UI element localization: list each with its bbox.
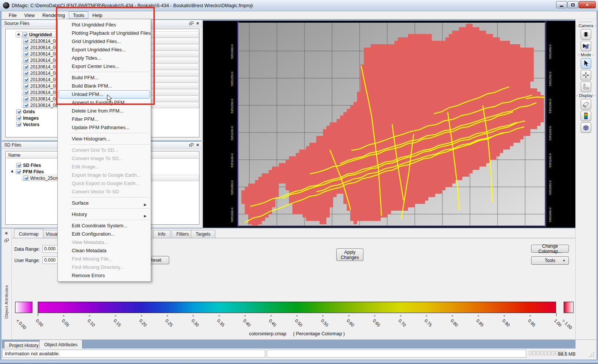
menu-item-edit-image[interactable]: Edit Image... [59,163,150,171]
checkbox-checked-icon[interactable] [23,90,28,95]
menu-item-filter-pfm[interactable]: Filter PFM... [59,115,150,123]
map-viewport[interactable]: 5351300.05351250.05351200.05351150.05351… [203,21,575,228]
toolbar-grip[interactable] [579,22,592,22]
checkbox-checked-icon[interactable] [16,163,21,168]
checkbox-checked-icon[interactable] [23,77,28,82]
menu-item-apply-tides[interactable]: Apply Tides... [59,54,150,62]
checkbox-checked-icon[interactable] [23,58,28,63]
menu-item-build-pfm[interactable]: Build PFM... [59,74,150,82]
menu-item-unload-pfm[interactable]: Unload PFM... [59,90,150,99]
menu-item-grid-ungridded-files[interactable]: Grid Ungridded Files... [59,37,150,46]
tree-row-images[interactable]: Images [16,115,39,121]
close-button[interactable]: × [579,1,596,8]
tools-dropdown-label: Tools [545,258,555,263]
orbit-camera-button[interactable] [581,29,591,40]
resize-grip[interactable] [589,352,595,358]
menu-item-history[interactable]: History▶ [59,210,150,219]
menubar-item-tools[interactable]: Tools [69,11,88,19]
menu-separator [70,220,150,220]
menu-item-find-missing-directory[interactable]: Find Missing Directory... [59,263,150,271]
expander-icon[interactable] [11,170,14,174]
crosshair-button[interactable] [581,70,591,80]
menu-item-export-image-to-google-earth[interactable]: Export Image to Google Earth... [59,171,150,179]
checkbox-checked-icon[interactable] [23,83,28,88]
tree-row-pfm-files[interactable]: PFM Files [11,168,44,175]
menu-item-view-metadata[interactable]: View Metadata... [59,238,150,247]
checkbox-checked-icon[interactable] [16,122,21,127]
menu-item-delete-line-from-pfm[interactable]: Delete Line from PFM... [59,107,150,115]
checkbox-checked-icon[interactable] [23,39,28,43]
menu-item-plotting-playback-of-ungridded-files[interactable]: Plotting Playback of Ungridded Files [59,29,150,37]
menu-item-update-pfm-pathnames[interactable]: Update PFM Pathnames... [59,123,150,132]
checkbox-checked-icon[interactable] [23,45,28,50]
colormap-tick-marker-icon: ▲ [295,314,298,317]
close-panel-icon[interactable]: × [196,143,199,147]
checkbox-checked-icon[interactable] [22,32,27,37]
tools-dropdown[interactable]: Tools ▼ [531,256,569,265]
menubar-item-help[interactable]: Help [88,11,106,19]
tab-targets[interactable]: Targets [191,230,215,238]
tab-filters[interactable]: Filters [172,230,194,238]
tab-colormap[interactable]: Colormap [14,229,43,238]
float-panel-icon[interactable] [189,22,193,25]
menubar-item-view[interactable]: View [20,11,39,19]
source-files-title: Source Files [4,21,29,26]
float-panel-icon[interactable] [5,239,9,242]
checkbox-checked-icon[interactable] [23,176,28,180]
menu-item-convert-image-to-sd[interactable]: Convert Image To SD... [59,154,150,163]
float-panel-icon[interactable] [189,143,193,147]
measure-button[interactable] [581,82,591,92]
title-bar[interactable]: DMagic: C:\DemoData\CLIENT-PARTNER\Boska… [0,0,598,11]
expander-icon[interactable] [17,33,21,37]
checkbox-checked-icon[interactable] [23,71,28,76]
eraser-button[interactable] [581,99,591,110]
checkbox-checked-icon[interactable] [23,103,28,108]
menu-item-label: Convert Grid To SD... [72,147,118,153]
tree-row-grids[interactable]: Grids [16,108,35,115]
menu-item-surface[interactable]: Surface▶ [59,199,150,207]
menu-item-edit-configuration[interactable]: Edit Configuration... [59,230,150,238]
bottom-tab-object-attributes[interactable]: Object Attributes [39,339,82,349]
menu-item-label: Plotting Playback of Ungridded Files [72,30,151,36]
checkbox-checked-icon[interactable] [16,169,21,174]
menu-item-append-to-existing-pfm[interactable]: Append to Existing PFM... [59,99,150,107]
minimize-button[interactable] [556,1,567,8]
colormap-tick-marker-icon: ▲ [192,314,195,317]
dash [576,26,577,26]
menu-item-plot-ungridded-files[interactable]: Plot Ungridded Files [59,21,150,29]
colorbar-button[interactable] [581,111,591,121]
progress-block [529,351,532,355]
menu-item-export-center-lines[interactable]: Export Center Lines... [59,62,150,71]
menu-item-convert-vector-to-sd[interactable]: Convert Vector To SD [59,188,150,196]
menubar-item-rendering[interactable]: Rendering [39,11,69,19]
camera-view-button[interactable] [581,41,591,51]
maximize-button[interactable] [567,1,578,8]
close-panel-icon[interactable]: × [196,22,199,25]
menu-item-export-ungridded-files[interactable]: Export Ungridded Files... [59,46,150,54]
menu-item-clean-metadata[interactable]: Clean Metadata [59,247,150,255]
menubar-item-file[interactable]: File [5,11,20,19]
menu-item-build-blank-pfm[interactable]: Build Blank PFM... [59,82,150,90]
checkbox-checked-icon[interactable] [16,109,21,114]
checkbox-checked-icon[interactable] [23,51,28,56]
select-cursor-button[interactable] [581,58,591,69]
menu-item-find-missing-file[interactable]: Find Missing File... [59,255,150,263]
tree-row-sd-files[interactable]: SD Files [16,162,41,168]
menu-item-remove-errors[interactable]: Remove Errors [59,271,150,280]
close-panel-icon[interactable]: × [5,231,8,235]
checkbox-checked-icon[interactable] [23,96,28,101]
checkbox-checked-icon[interactable] [23,64,28,69]
checkbox-checked-icon[interactable] [16,116,21,120]
cube-3d-icon [582,124,590,131]
status-message-field: Information not available. [2,350,265,358]
menu-item-view-histogram[interactable]: View Histogram... [59,135,150,143]
bottom-tab-project-history[interactable]: Project History [4,341,43,349]
menu-item-convert-grid-to-sd[interactable]: Convert Grid To SD... [59,146,150,154]
menu-item-quick-export-to-google-earth[interactable]: Quick Export to Google Earth... [59,179,150,188]
tree-row-vectors[interactable]: Vectors [16,121,39,128]
tab-info[interactable]: Info [153,230,170,238]
change-colormap-button[interactable]: Change Colormap... [531,245,569,253]
menu-item-edit-coordinate-system[interactable]: Edit Coordinate System... [59,222,150,230]
cube-3d-button[interactable] [581,122,591,133]
apply-changes-button[interactable]: Apply Changes [336,248,363,261]
